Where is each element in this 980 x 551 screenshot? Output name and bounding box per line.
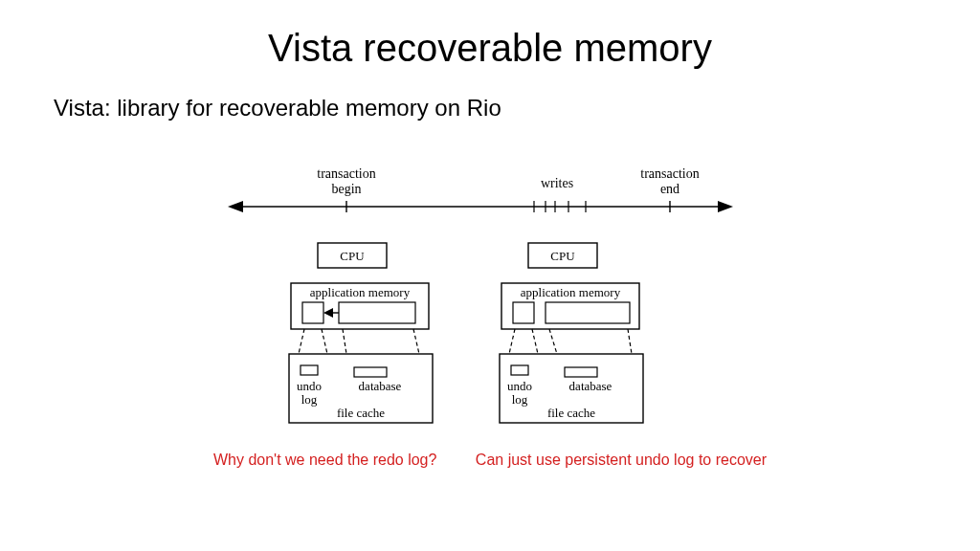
timeline-begin-label-2: begin: [331, 182, 361, 196]
right-appmem-label: application memory: [521, 285, 621, 299]
svg-line-15: [343, 329, 346, 354]
svg-rect-19: [354, 367, 387, 377]
svg-rect-23: [546, 302, 630, 323]
left-undo-label-2: log: [301, 392, 318, 407]
timeline-end-label-2: end: [660, 182, 679, 196]
right-cpu-label: CPU: [550, 249, 575, 263]
svg-line-26: [549, 329, 557, 354]
slide-title: Vista recoverable memory: [0, 0, 980, 70]
left-appmem-label: application memory: [310, 285, 411, 299]
svg-rect-22: [513, 302, 534, 323]
arrow-left-icon: [228, 201, 243, 212]
left-database-label: database: [359, 379, 402, 393]
timeline-end-label-1: transaction: [640, 166, 699, 181]
left-cpu-label: CPU: [340, 249, 365, 263]
left-column: CPU application memory undo: [289, 243, 433, 423]
right-undo-label-2: log: [512, 392, 528, 407]
right-filecache-label: file cache: [547, 406, 595, 420]
footer-notes: Why don't we need the redo log? Can just…: [0, 452, 980, 469]
svg-rect-30: [565, 367, 597, 377]
diagram: transaction begin writes transaction end…: [212, 165, 748, 442]
note-question: Why don't we need the redo log?: [213, 452, 436, 468]
arrow-left-small-icon: [323, 308, 333, 318]
arrow-right-icon: [718, 201, 733, 212]
svg-line-14: [322, 329, 327, 354]
svg-line-24: [509, 329, 515, 354]
left-undo-label-1: undo: [297, 379, 322, 393]
right-undo-label-1: undo: [507, 379, 532, 393]
slide-subtitle: Vista: library for recoverable memory on…: [0, 70, 980, 121]
note-answer: Can just use persistent undo log to reco…: [476, 452, 767, 468]
timeline-begin-label-1: transaction: [317, 166, 375, 181]
left-filecache-label: file cache: [337, 406, 385, 420]
svg-line-16: [413, 329, 419, 354]
svg-line-25: [532, 329, 538, 354]
timeline-writes-label: writes: [541, 176, 573, 190]
svg-rect-29: [511, 365, 528, 375]
svg-line-13: [299, 329, 304, 354]
right-database-label: database: [569, 379, 612, 393]
right-column: CPU application memory undo log databas: [500, 243, 643, 423]
svg-line-27: [628, 329, 632, 354]
svg-rect-10: [302, 302, 323, 323]
svg-rect-18: [301, 365, 318, 375]
svg-rect-11: [339, 302, 415, 323]
